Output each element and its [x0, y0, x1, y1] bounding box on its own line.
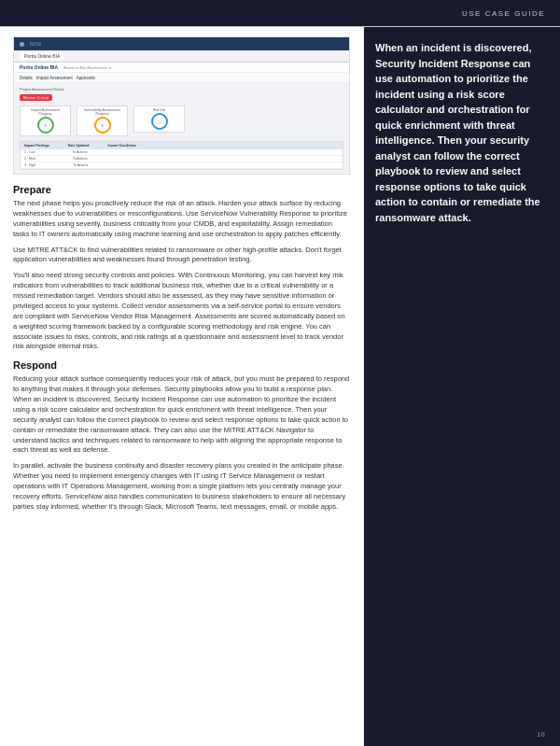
sc-nav-impact[interactable]: Impact Assessment	[36, 76, 73, 80]
page-number: 18	[537, 730, 545, 739]
sc-td-1-1: 1 - Low	[24, 150, 35, 154]
sc-table-row-3: 3 - High To Actions	[21, 162, 343, 169]
sc-progress-row: Impact Assessment Progress 3 Vulnerabili…	[20, 106, 343, 136]
sc-circle-1: 3	[37, 117, 54, 134]
sc-th-3: Impact Conditions	[107, 144, 136, 148]
sc-breadcrumb-actions: Actions ▾ Add Attachments ▾	[63, 65, 110, 70]
page-container: USE CASE GUIDE NOW Portia Online BIA Por…	[0, 0, 560, 746]
sc-project-header: Project Assessment Result	[20, 87, 64, 91]
sc-nav-details[interactable]: Details	[20, 76, 33, 80]
prepare-para-2: Use MITRE ATT&CK to find vulnerabilities…	[13, 246, 350, 266]
sc-tab[interactable]: Portia Online BIA	[20, 52, 64, 60]
sc-progress-block-1: Impact Assessment Progress 3	[20, 106, 71, 136]
use-case-label: USE CASE GUIDE	[462, 9, 545, 18]
sc-td-1-3: To Actions	[72, 150, 87, 154]
sc-nav-approvals[interactable]: Approvals	[77, 76, 95, 80]
main-content: NOW Portia Online BIA Portia Online BIA …	[0, 27, 560, 746]
top-header: USE CASE GUIDE	[0, 0, 560, 26]
respond-para-1: Reducing your attack surface consequentl…	[13, 374, 350, 456]
prepare-para-3: You'll also need strong security control…	[13, 271, 350, 352]
sc-th-2: Date Updated	[68, 144, 90, 148]
sc-table-row-1: 1 - Low To Actions	[21, 149, 343, 156]
sc-circle-text-2: 2	[101, 123, 103, 128]
screenshot-area: NOW Portia Online BIA Portia Online BIA …	[13, 36, 350, 175]
sc-circle-3: —	[151, 113, 168, 130]
left-column: NOW Portia Online BIA Portia Online BIA …	[0, 27, 364, 746]
sc-critical-badge: Mission Critical	[20, 94, 52, 101]
sc-body: Project Assessment Result Mission Critic…	[14, 83, 349, 174]
sc-td-2-1: 2 - Med	[24, 157, 35, 161]
sc-table-row-2: 2 - Med To Actions	[21, 156, 343, 162]
sc-status-row: Project Assessment Result	[20, 87, 343, 91]
prepare-para-1: The next phase helps you proactively red…	[13, 199, 350, 240]
sc-th-1: Impact Findings	[24, 144, 49, 148]
sc-app-name: NOW	[30, 41, 41, 47]
sc-progress-block-3: Risk Info —	[133, 106, 185, 133]
sc-topbar: NOW	[14, 37, 349, 50]
sc-critical-row: Mission Critical	[20, 94, 343, 101]
screenshot-inner: NOW Portia Online BIA Portia Online BIA …	[14, 37, 349, 174]
prepare-section-title: Prepare	[13, 184, 350, 195]
sc-progress-title-2: Vulnerability Assessment Progress	[81, 108, 123, 116]
sc-progress-title-3: Risk Info	[153, 108, 166, 112]
highlight-text: When an incident is discovered, Security…	[375, 40, 549, 225]
sc-td-2-3: To Actions	[73, 157, 88, 161]
sc-circle-text-1: 3	[44, 123, 46, 128]
sc-progress-title-1: Impact Assessment Progress	[24, 108, 66, 116]
sc-dot-1	[20, 42, 24, 47]
sc-td-3-3: To Actions	[73, 163, 88, 167]
sc-toolbar: Details Impact Assessment Approvals	[14, 73, 349, 83]
respond-section-title: Respond	[13, 359, 350, 371]
sc-table-area: Impact Findings Date Updated Impact Cond…	[20, 141, 343, 170]
respond-para-2: In parallel, activate the business conti…	[13, 461, 350, 512]
right-column: When an incident is discovered, Security…	[364, 27, 560, 746]
sc-breadcrumb-text: Portia Online BIA	[20, 64, 58, 70]
sc-circle-text-3: —	[158, 120, 161, 124]
sc-breadcrumb-bar: Portia Online BIA Actions ▾ Add Attachme…	[14, 63, 349, 73]
sc-table-header: Impact Findings Date Updated Impact Cond…	[21, 142, 343, 149]
sc-tab-bar: Portia Online BIA	[14, 50, 349, 63]
sc-progress-block-2: Vulnerability Assessment Progress 2	[77, 106, 128, 136]
sc-td-3-1: 3 - High	[24, 163, 35, 167]
sc-circle-2: 2	[94, 117, 111, 134]
